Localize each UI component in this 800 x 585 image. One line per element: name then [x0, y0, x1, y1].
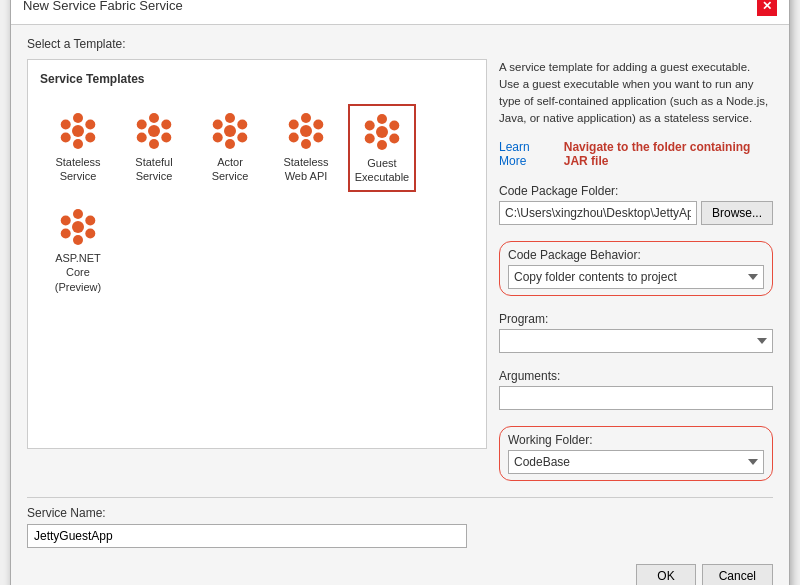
svg-point-8 [161, 119, 171, 129]
working-folder-wrapper: Working Folder: CodeBase Work CodePackag… [499, 426, 773, 481]
svg-point-17 [225, 139, 235, 149]
stateless-icon [58, 111, 98, 151]
svg-point-19 [213, 119, 223, 129]
svg-point-23 [313, 132, 323, 142]
svg-point-28 [377, 114, 387, 124]
guest-label: GuestExecutable [355, 156, 409, 185]
svg-point-2 [85, 132, 95, 142]
svg-point-39 [61, 229, 71, 239]
svg-point-1 [85, 119, 95, 129]
svg-point-3 [73, 139, 83, 149]
cancel-button[interactable]: Cancel [702, 564, 773, 586]
code-package-folder-input[interactable] [499, 201, 697, 225]
navigate-hint: Navigate to the folder containing JAR fi… [564, 140, 773, 168]
program-select[interactable] [499, 329, 773, 353]
arguments-input[interactable] [499, 386, 773, 410]
svg-point-15 [237, 119, 247, 129]
select-template-label: Select a Template: [27, 37, 773, 51]
svg-point-31 [377, 140, 387, 150]
stateful-icon [134, 111, 174, 151]
stateless-label: StatelessService [55, 155, 100, 184]
svg-point-41 [72, 221, 84, 233]
dialog-title: New Service Fabric Service [23, 0, 183, 13]
program-label: Program: [499, 312, 773, 326]
dialog-footer: OK Cancel [11, 556, 789, 586]
svg-point-0 [73, 113, 83, 123]
stateless-web-icon [286, 111, 326, 151]
svg-point-40 [61, 216, 71, 226]
svg-point-33 [365, 120, 375, 130]
template-stateful[interactable]: StatefulService [120, 104, 188, 193]
svg-point-9 [161, 132, 171, 142]
svg-point-16 [237, 132, 247, 142]
actor-label: Actor Service [203, 155, 257, 184]
svg-point-35 [73, 209, 83, 219]
svg-point-27 [300, 125, 312, 137]
aspnet-label: ASP.NETCore(Preview) [55, 251, 101, 294]
service-templates-box: Service Templates [27, 59, 487, 449]
svg-point-12 [137, 119, 147, 129]
code-package-behavior-select[interactable]: Copy folder contents to project Link to … [508, 265, 764, 289]
right-panel: A service template for adding a guest ex… [499, 59, 773, 489]
svg-point-37 [85, 229, 95, 239]
template-stateless-web[interactable]: StatelessWeb API [272, 104, 340, 193]
program-group: Program: [499, 312, 773, 353]
main-content: Service Templates [27, 59, 773, 489]
svg-point-14 [225, 113, 235, 123]
svg-point-32 [365, 133, 375, 143]
svg-point-21 [301, 113, 311, 123]
svg-point-25 [289, 132, 299, 142]
svg-point-34 [376, 126, 388, 138]
svg-point-13 [148, 125, 160, 137]
svg-point-36 [85, 216, 95, 226]
working-folder-select[interactable]: CodeBase Work CodePackage [508, 450, 764, 474]
description-text: A service template for adding a guest ex… [499, 59, 773, 128]
separator [27, 497, 773, 498]
svg-point-26 [289, 119, 299, 129]
svg-point-24 [301, 139, 311, 149]
code-package-folder-row: Browse... [499, 201, 773, 225]
svg-point-38 [73, 235, 83, 245]
code-package-behavior-label: Code Package Behavior: [508, 248, 764, 262]
template-stateless[interactable]: StatelessService [44, 104, 112, 193]
arguments-group: Arguments: [499, 369, 773, 410]
svg-point-18 [213, 132, 223, 142]
title-bar: New Service Fabric Service ✕ [11, 0, 789, 25]
learn-more-link[interactable]: Learn More [499, 140, 554, 168]
stateful-label: StatefulService [135, 155, 172, 184]
template-guest[interactable]: GuestExecutable [348, 104, 416, 193]
code-package-behavior-select-wrapper: Copy folder contents to project Link to … [508, 265, 764, 289]
svg-point-22 [313, 119, 323, 129]
template-aspnet[interactable]: ASP.NETCore(Preview) [44, 200, 112, 301]
guest-icon [362, 112, 402, 152]
svg-point-30 [389, 133, 399, 143]
svg-point-29 [389, 120, 399, 130]
left-panel: Service Templates [27, 59, 487, 489]
svg-point-10 [149, 139, 159, 149]
code-package-folder-group: Code Package Folder: Browse... [499, 184, 773, 225]
learn-more-row: Learn More Navigate to the folder contai… [499, 140, 773, 168]
templates-grid: StatelessService [40, 100, 474, 305]
svg-point-7 [149, 113, 159, 123]
browse-button[interactable]: Browse... [701, 201, 773, 225]
stateless-web-label: StatelessWeb API [283, 155, 328, 184]
service-templates-title: Service Templates [40, 72, 474, 86]
new-service-dialog: New Service Fabric Service ✕ Select a Te… [10, 0, 790, 585]
program-select-wrapper [499, 329, 773, 353]
svg-point-4 [61, 132, 71, 142]
working-folder-label: Working Folder: [508, 433, 764, 447]
svg-point-5 [61, 119, 71, 129]
svg-point-11 [137, 132, 147, 142]
svg-point-6 [72, 125, 84, 137]
service-name-input[interactable] [27, 524, 467, 548]
bottom-section: Service Name: [27, 506, 773, 548]
svg-point-20 [224, 125, 236, 137]
ok-button[interactable]: OK [636, 564, 695, 586]
working-folder-select-wrapper: CodeBase Work CodePackage [508, 450, 764, 474]
arguments-label: Arguments: [499, 369, 773, 383]
code-package-folder-label: Code Package Folder: [499, 184, 773, 198]
close-button[interactable]: ✕ [757, 0, 777, 16]
service-name-label: Service Name: [27, 506, 773, 520]
code-package-behavior-wrapper: Code Package Behavior: Copy folder conte… [499, 241, 773, 296]
template-actor[interactable]: Actor Service [196, 104, 264, 193]
